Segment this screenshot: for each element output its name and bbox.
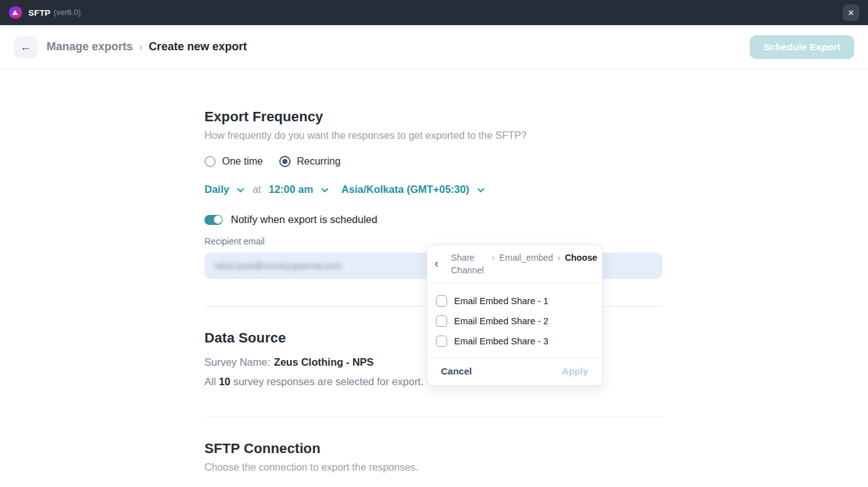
responses-count: 10 — [219, 376, 230, 387]
breadcrumb-separator-icon: › — [139, 41, 142, 53]
checkbox-icon[interactable] — [436, 295, 447, 307]
list-item[interactable]: Email Embed Share - 1 — [436, 291, 593, 311]
popup-crumb-email-embed[interactable]: Email_embed — [499, 251, 554, 264]
close-icon[interactable]: ✕ — [843, 4, 859, 21]
chevron-left-icon[interactable]: ‹ — [433, 257, 443, 271]
sftp-connection-title: SFTP Connection — [204, 440, 662, 457]
notify-toggle[interactable] — [204, 215, 223, 225]
frequency-dropdown[interactable]: Daily — [204, 183, 242, 195]
timezone-value: Asia/Kolkata (GMT+05:30) — [342, 183, 469, 195]
popup-breadcrumb: Share Channel › Email_embed › Choose — [451, 251, 597, 276]
survey-name-label: Survey Name: — [204, 356, 270, 368]
breadcrumb-manage-exports[interactable]: Manage exports — [47, 40, 133, 53]
popup-footer: Cancel Apply — [427, 358, 602, 385]
surveysparrow-logo-icon — [9, 6, 22, 19]
app-version: (ver6.0) — [53, 8, 81, 17]
channel-select-popup: ‹ Share Channel › Email_embed › Choose E… — [426, 244, 603, 386]
frequency-value: Daily — [204, 183, 229, 195]
breadcrumb: Manage exports › Create new export — [47, 40, 247, 53]
radio-recurring[interactable]: Recurring — [279, 156, 340, 167]
radio-recurring-label: Recurring — [297, 156, 340, 167]
radio-checked-icon — [279, 156, 291, 167]
timezone-dropdown[interactable]: Asia/Kolkata (GMT+05:30) — [342, 183, 482, 195]
schedule-export-button[interactable]: Schedule Export — [750, 35, 854, 59]
back-arrow-icon: ← — [20, 40, 32, 54]
sftp-connection-subtitle: Choose the connection to export the resp… — [204, 462, 662, 473]
export-frequency-title: Export Frequency — [204, 109, 662, 125]
responses-summary: All 10 survey responses are selected for… — [204, 376, 424, 388]
popup-item-list: Email Embed Share - 1 Email Embed Share … — [427, 283, 602, 358]
breadcrumb-separator-icon: › — [492, 251, 495, 264]
list-item-label: Email Embed Share - 3 — [454, 336, 548, 346]
titlebar: SFTP (ver6.0) ✕ — [0, 0, 868, 25]
chevron-down-icon — [237, 185, 244, 192]
chevron-down-icon — [477, 185, 484, 192]
popup-header: ‹ Share Channel › Email_embed › Choose — [427, 245, 602, 283]
time-dropdown[interactable]: 12:00 am — [269, 183, 326, 195]
radio-one-time[interactable]: One time — [204, 156, 263, 167]
schedule-settings-row: Daily at 12:00 am Asia/Kolkata (GMT+05:3… — [204, 183, 662, 195]
cancel-button[interactable]: Cancel — [441, 366, 472, 376]
app-name: SFTP — [28, 8, 50, 18]
frequency-radio-group: One time Recurring — [204, 156, 662, 167]
apply-button[interactable]: Apply — [562, 366, 588, 376]
recipient-email-value: rahul.jose@surveysparrow.com — [214, 261, 342, 271]
radio-one-time-label: One time — [222, 156, 263, 167]
page-title: Create new export — [148, 40, 247, 53]
checkbox-icon[interactable] — [436, 315, 447, 327]
list-item[interactable]: Email Embed Share - 3 — [436, 331, 593, 351]
chevron-down-icon — [321, 185, 328, 192]
notify-toggle-row[interactable]: Notify when export is scheduled — [204, 214, 662, 226]
list-item[interactable]: Email Embed Share - 2 — [436, 311, 593, 331]
export-frequency-subtitle: How frequently do you want the responses… — [204, 130, 662, 141]
breadcrumb-separator-icon: › — [557, 251, 560, 264]
list-item-label: Email Embed Share - 1 — [454, 296, 548, 306]
popup-crumb-choose: Choose — [565, 251, 597, 264]
radio-unchecked-icon — [204, 156, 216, 167]
notify-toggle-label: Notify when export is scheduled — [231, 214, 377, 226]
section-divider — [204, 417, 662, 417]
page-header: ← Manage exports › Create new export Sch… — [0, 25, 868, 69]
back-button[interactable]: ← — [14, 36, 38, 58]
at-label: at — [252, 183, 261, 195]
survey-name-value: Zeus Clothing - NPS — [274, 356, 374, 368]
list-item-label: Email Embed Share - 2 — [454, 316, 548, 326]
time-value: 12:00 am — [269, 183, 313, 195]
checkbox-icon[interactable] — [436, 336, 447, 347]
popup-crumb-share-channel[interactable]: Share Channel — [451, 251, 487, 276]
